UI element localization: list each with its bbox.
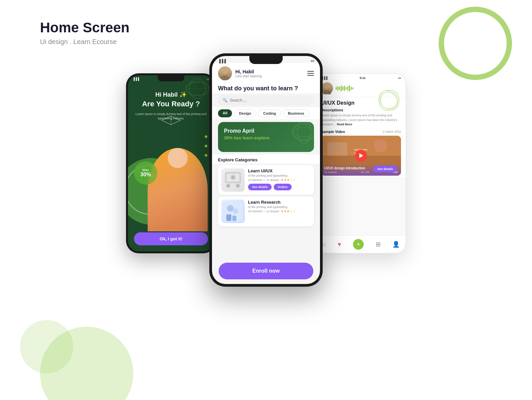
learn-question: What do you want to learn ? bbox=[218, 85, 314, 92]
course-card-uiux: Learn UI/UX of the printing and typesett… bbox=[218, 165, 314, 195]
search-input[interactable] bbox=[230, 98, 309, 103]
grad-hat-deco bbox=[161, 115, 181, 125]
promo-deco-svg bbox=[291, 122, 314, 145]
user-avatar-center bbox=[218, 66, 232, 80]
research-thumb-svg bbox=[223, 202, 243, 222]
course-sub-research: of the printing and typesetting bbox=[248, 205, 311, 209]
play-triangle-icon bbox=[359, 153, 363, 158]
wave-bar-11 bbox=[352, 87, 353, 89]
svg-point-5 bbox=[222, 68, 228, 74]
svg-point-25 bbox=[374, 139, 387, 152]
greeting-line2: Are You Ready ? bbox=[134, 99, 208, 109]
wave-bar-5 bbox=[342, 86, 343, 90]
course-card-research: Learn Research of the printing and types… bbox=[218, 196, 314, 226]
nav-grid-icon[interactable]: ⊞ bbox=[376, 241, 381, 248]
girl-figure bbox=[148, 148, 208, 231]
right-scribble bbox=[376, 87, 402, 114]
wave-bar-2 bbox=[337, 86, 338, 91]
wave-bar-9 bbox=[349, 85, 350, 92]
tab-all[interactable]: All bbox=[218, 109, 232, 117]
disc-badge: Disc 30% bbox=[134, 161, 157, 185]
video-thumbnail[interactable]: UI/UX design Introduction 11 Lesson 10 /… bbox=[321, 136, 401, 176]
tab-coding[interactable]: Coding bbox=[258, 109, 281, 117]
wave-bar-7 bbox=[346, 87, 347, 90]
phone-frame-right: ▐▐▐ 9:41 ▭ bbox=[316, 73, 406, 253]
search-bar[interactable]: 🔍 bbox=[218, 95, 314, 105]
video-progress: 10 / 25 bbox=[361, 171, 369, 174]
status-bar-right: ▐▐▐ 9:41 ▭ bbox=[316, 74, 406, 80]
course-thumb-uiux bbox=[221, 168, 245, 192]
svg-rect-26 bbox=[327, 142, 347, 156]
phone-screen-center: ▐▐▐ 9:41 ▭ Hi, Habil Lets start learnin bbox=[212, 56, 320, 284]
page-subtitle: Ui design . Learn Ecourse bbox=[40, 38, 129, 46]
signal-icon: ▐▐▐ bbox=[133, 77, 139, 81]
left-greeting-text: Hi Habil ✨ Are You Ready ? bbox=[134, 91, 208, 109]
hamburger-line-1 bbox=[307, 71, 314, 72]
nav-profile-icon[interactable]: 👤 bbox=[392, 241, 400, 248]
nav-home-icon[interactable]: ⌂ bbox=[322, 241, 326, 248]
avatar-person-svg bbox=[218, 66, 232, 80]
course-title-research: Learn Research bbox=[248, 200, 311, 205]
svg-point-13 bbox=[236, 184, 240, 188]
wave-bar-4 bbox=[341, 85, 342, 91]
search-icon: 🔍 bbox=[223, 98, 228, 103]
description-text: Lorem Ipsum is simply dummy text of the … bbox=[321, 114, 397, 126]
phone-left: ▐▐▐ 9:41 ▭ Hi Habil ✨ Are You Ready ? bbox=[126, 73, 216, 253]
stars-research: ★★★☆☆ bbox=[281, 209, 296, 213]
see-details-btn-uiux[interactable]: See details bbox=[248, 184, 272, 190]
greeting-line1: Hi Habil ✨ bbox=[134, 91, 208, 99]
svg-point-21 bbox=[324, 84, 330, 89]
page-header: Home Screen Ui design . Learn Ecourse bbox=[40, 20, 129, 46]
see-details-btn-right[interactable]: See details bbox=[373, 166, 397, 172]
ok-button[interactable]: Ok, I got it! bbox=[134, 232, 208, 245]
disc-label: Disc bbox=[142, 168, 149, 172]
filter-tabs: All Design Coding Business bbox=[212, 107, 320, 119]
phone-notch-left bbox=[158, 75, 184, 81]
tab-business[interactable]: Business bbox=[283, 109, 309, 117]
sv-header: Sample Video 2 march 2022 bbox=[321, 130, 401, 134]
sv-title: Sample Video bbox=[321, 130, 345, 134]
hamburger-menu[interactable] bbox=[307, 71, 314, 76]
svg-point-18 bbox=[233, 208, 238, 214]
uiux-thumb-svg bbox=[223, 170, 243, 190]
phone-frame-center: ▐▐▐ 9:41 ▭ Hi, Habil Lets start learnin bbox=[209, 53, 323, 287]
course-info-research: Learn Research of the printing and types… bbox=[248, 200, 311, 223]
page-title: Home Screen bbox=[40, 20, 129, 35]
tab-design[interactable]: Design bbox=[234, 109, 256, 117]
course-meta-research: 2h 00minit • 11 lesson ★★★☆☆ bbox=[248, 209, 311, 213]
right-avatar-svg bbox=[321, 82, 333, 94]
right-bottom-nav: ⌂ ♥ + ⊞ 👤 bbox=[316, 235, 406, 253]
stars-uiux: ★★★☆☆ bbox=[281, 178, 296, 182]
nav-add-button[interactable]: + bbox=[353, 239, 364, 250]
hi-name-label: Hi, Habil bbox=[235, 69, 307, 74]
phone-notch-center bbox=[249, 56, 283, 64]
svg-point-6 bbox=[220, 76, 230, 80]
wave-bar-6 bbox=[344, 86, 345, 91]
nav-heart-icon[interactable]: ♥ bbox=[338, 241, 341, 248]
play-button[interactable] bbox=[355, 150, 367, 162]
course-title-uiux: Learn UI/UX bbox=[248, 168, 311, 173]
battery-right: ▭ bbox=[398, 76, 401, 80]
svg-rect-19 bbox=[226, 214, 231, 221]
orders-btn-uiux[interactable]: Orders bbox=[274, 184, 292, 190]
center-question: What do you want to learn ? bbox=[212, 82, 320, 93]
phones-container: ▐▐▐ 9:41 ▭ Hi Habil ✨ Are You Ready ? bbox=[17, 53, 515, 287]
promo-banner: Promo April 30% two learn explore bbox=[218, 122, 314, 152]
enroll-button[interactable]: Enroll now bbox=[219, 263, 313, 279]
deco-dot-1 bbox=[205, 135, 207, 138]
course-thumb-research bbox=[221, 200, 245, 223]
phone-center: ▐▐▐ 9:41 ▭ Hi, Habil Lets start learnin bbox=[209, 53, 323, 287]
card-btns-uiux: See details Orders bbox=[248, 184, 311, 190]
girl-face bbox=[168, 148, 188, 168]
hamburger-line-3 bbox=[307, 75, 314, 76]
center-header: Hi, Habil Lets start learning bbox=[212, 63, 320, 82]
wave-bar-1 bbox=[336, 87, 337, 90]
phone-right: ▐▐▐ 9:41 ▭ bbox=[316, 73, 406, 253]
svg-point-22 bbox=[323, 90, 331, 94]
sample-video-section: Sample Video 2 march 2022 bbox=[316, 128, 406, 177]
video-lessons: 11 Lesson bbox=[324, 171, 337, 174]
read-more-link[interactable]: Read More bbox=[337, 123, 352, 126]
right-header bbox=[316, 80, 406, 97]
course-info-uiux: Learn UI/UX of the printing and typesett… bbox=[248, 168, 311, 192]
disc-pct: 30% bbox=[140, 172, 151, 178]
